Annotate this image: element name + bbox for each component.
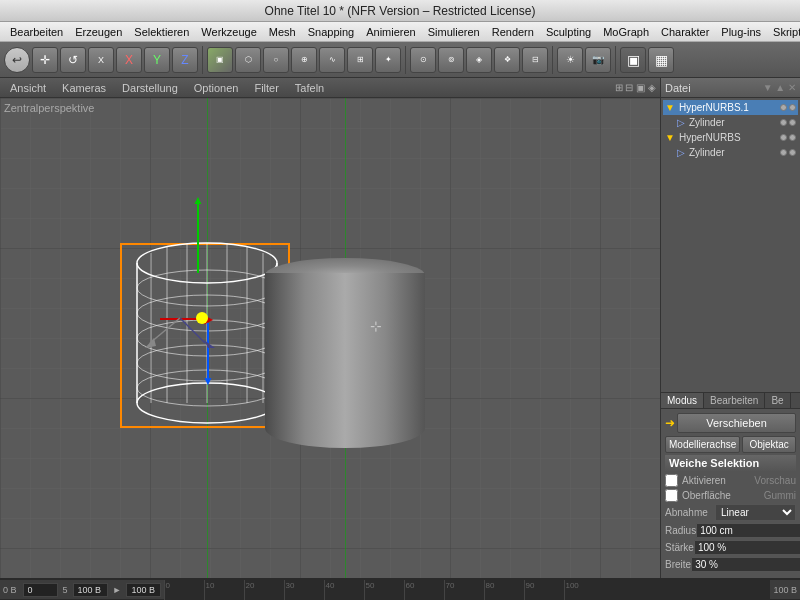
timeline-fps-input-label: 5 (61, 585, 70, 595)
viewport-menu-ansicht[interactable]: Ansicht (4, 81, 52, 95)
toolbar-obj3[interactable]: ○ (263, 47, 289, 73)
menu-simulieren[interactable]: Simulieren (422, 22, 486, 41)
toolbar-scale[interactable]: X (88, 47, 114, 73)
toolbar-y[interactable]: Y (144, 47, 170, 73)
toolbar-obj2[interactable]: ⬡ (235, 47, 261, 73)
toolbar-obj6[interactable]: ⊞ (347, 47, 373, 73)
kf-label-20: 20 (245, 581, 254, 590)
aktivieren-label: Aktivieren (682, 475, 726, 486)
timeline-arrow: ► (111, 585, 124, 595)
tree-dots-2 (780, 134, 796, 141)
tab-modus[interactable]: Modus (661, 393, 704, 408)
object-tree: ▼ HyperNURBS.1 ▷ Zylinder ▼ HyperNURBS (661, 98, 800, 392)
tab-be[interactable]: Be (765, 393, 790, 408)
toolbar-light[interactable]: ☀ (557, 47, 583, 73)
kf-label-60: 60 (405, 581, 414, 590)
menu-animieren[interactable]: Animieren (360, 22, 422, 41)
tree-expand-icon-1: ▼ (665, 102, 675, 113)
viewport-menu-filter[interactable]: Filter (248, 81, 284, 95)
tree-item-hypernurbs[interactable]: ▼ HyperNURBS (663, 130, 798, 145)
viewport-toolbar: Ansicht Kameras Darstellung Optionen Fil… (0, 78, 660, 98)
toolbar-obj5[interactable]: ∿ (319, 47, 345, 73)
toolbar-extra1[interactable]: ⊙ (410, 47, 436, 73)
toolbar-render1[interactable]: ▣ (620, 47, 646, 73)
toolbar-move[interactable]: ✛ (32, 47, 58, 73)
kf-label-100: 100 (565, 581, 578, 590)
verschieben-button[interactable]: Verschieben (677, 413, 796, 433)
tree-dots-zylinder2 (780, 149, 796, 156)
svg-line-18 (180, 318, 205, 343)
timeline-end-input[interactable] (73, 583, 108, 597)
timeline-start-label: 0 B (0, 585, 20, 595)
title-bar: Ohne Titel 10 * (NFR Version – Restricte… (0, 0, 800, 22)
toolbar-x[interactable]: X (116, 47, 142, 73)
menu-skript[interactable]: Skript (767, 22, 800, 41)
toolbar-undo[interactable]: ↩ (4, 47, 30, 73)
menu-charakter[interactable]: Charakter (655, 22, 715, 41)
menu-mesh[interactable]: Mesh (263, 22, 302, 41)
toolbar-extra3[interactable]: ◈ (466, 47, 492, 73)
abnahme-select[interactable]: Linear (715, 504, 796, 521)
toolbar-extra4[interactable]: ❖ (494, 47, 520, 73)
viewport-menu-tafeln[interactable]: Tafeln (289, 81, 330, 95)
toolbar-rotate[interactable]: ↺ (60, 47, 86, 73)
toolbar-obj4[interactable]: ⊕ (291, 47, 317, 73)
aktivieren-row: Aktivieren Vorschau (665, 474, 796, 487)
right-panel-header: Datei ▼ ▲ ✕ (661, 78, 800, 98)
tab-bearbeiten[interactable]: Bearbeiten (704, 393, 765, 408)
menu-rendern[interactable]: Rendern (486, 22, 540, 41)
separator-1 (202, 46, 203, 74)
axis-arrows-extra (140, 278, 220, 358)
menu-erzeugen[interactable]: Erzeugen (69, 22, 128, 41)
panel-tabs: Modus Bearbeiten Be (661, 393, 800, 409)
menu-plugins[interactable]: Plug-ins (715, 22, 767, 41)
viewport-menu-optionen[interactable]: Optionen (188, 81, 245, 95)
kf-label-30: 30 (285, 581, 294, 590)
staerke-input[interactable] (694, 540, 800, 555)
objektachse-button[interactable]: Objektac (742, 436, 796, 453)
viewport-menu-darstellung[interactable]: Darstellung (116, 81, 184, 95)
model-obj-row: Modellierachse Objektac (665, 436, 796, 453)
radius-input[interactable] (696, 523, 800, 538)
tree-item-zylinder2[interactable]: ▷ Zylinder (675, 145, 798, 160)
menu-sculpting[interactable]: Sculpting (540, 22, 597, 41)
kf-label-50: 50 (365, 581, 374, 590)
keyframe-strip[interactable]: 0 10 20 30 40 50 60 70 80 90 100 (164, 580, 770, 600)
breite-input[interactable] (691, 557, 800, 572)
toolbar-camera[interactable]: 📷 (585, 47, 611, 73)
menu-snapping[interactable]: Snapping (302, 22, 361, 41)
tree-item-hypernurbs1[interactable]: ▼ HyperNURBS.1 (663, 100, 798, 115)
right-panel: Datei ▼ ▲ ✕ ▼ HyperNURBS.1 ▷ Zylinder (660, 78, 800, 578)
toolbar-obj1[interactable]: ▣ (207, 47, 233, 73)
viewport-canvas[interactable]: Zentralperspektive (0, 98, 660, 578)
menu-bearbeiten[interactable]: Bearbeiten (4, 22, 69, 41)
toolbar-render2[interactable]: ▦ (648, 47, 674, 73)
menu-werkzeuge[interactable]: Werkzeuge (195, 22, 262, 41)
toolbar-z[interactable]: Z (172, 47, 198, 73)
timeline-start-input[interactable] (126, 583, 161, 597)
panel-controls: ▼ ▲ ✕ (763, 82, 796, 93)
vorschau-label: Vorschau (754, 475, 796, 486)
oberflaeche-row: Oberfläche Gummi (665, 489, 796, 502)
toolbar-extra2[interactable]: ⊚ (438, 47, 464, 73)
svg-marker-19 (204, 340, 215, 348)
tree-item-zylinder1[interactable]: ▷ Zylinder (675, 115, 798, 130)
aktivieren-checkbox[interactable] (665, 474, 678, 487)
abnahme-label: Abnahme (665, 507, 715, 518)
viewport[interactable]: Ansicht Kameras Darstellung Optionen Fil… (0, 78, 660, 578)
timeline-frame-input[interactable] (23, 583, 58, 597)
oberflaeche-label: Oberfläche (682, 490, 731, 501)
tree-icon-zylinder1: ▷ (677, 117, 685, 128)
tree-label-2: HyperNURBS (679, 132, 741, 143)
separator-2 (405, 46, 406, 74)
toolbar-extra5[interactable]: ⊟ (522, 47, 548, 73)
bottom-area: 0 B 5 ► 0 10 20 30 40 50 60 70 80 90 (0, 578, 800, 600)
toolbar-obj7[interactable]: ✦ (375, 47, 401, 73)
kf-label-0: 0 (165, 581, 169, 590)
oberflaeche-checkbox[interactable] (665, 489, 678, 502)
modellierachse-button[interactable]: Modellierachse (665, 436, 740, 453)
menu-mograph[interactable]: MoGraph (597, 22, 655, 41)
toolbar: ↩ ✛ ↺ X X Y Z ▣ ⬡ ○ ⊕ ∿ ⊞ ✦ ⊙ ⊚ ◈ ❖ ⊟ ☀ … (0, 42, 800, 78)
viewport-menu-kameras[interactable]: Kameras (56, 81, 112, 95)
menu-selektieren[interactable]: Selektieren (128, 22, 195, 41)
